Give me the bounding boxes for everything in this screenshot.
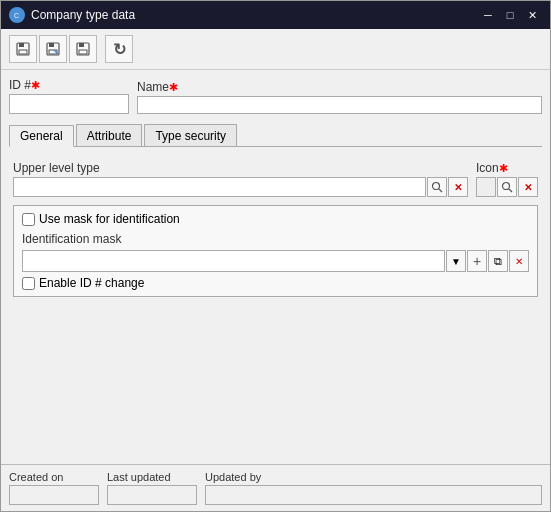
use-mask-checkbox-row: Use mask for identification bbox=[22, 212, 529, 226]
tab-type-security[interactable]: Type security bbox=[144, 124, 237, 146]
identification-mask-label: Identification mask bbox=[22, 232, 529, 246]
updated-by-input bbox=[205, 485, 542, 505]
name-input[interactable] bbox=[137, 96, 542, 114]
upper-icon-row: Upper level type ✕ Ic bbox=[13, 161, 538, 197]
window-title: Company type data bbox=[31, 8, 478, 22]
icon-label: Icon✱ bbox=[476, 161, 508, 175]
content-area: ID #✱ Name✱ General Attribute Type secur… bbox=[1, 70, 550, 464]
save-button-2[interactable] bbox=[39, 35, 67, 63]
upper-level-search-button[interactable] bbox=[427, 177, 447, 197]
updated-by-label: Updated by bbox=[205, 471, 542, 483]
app-icon: C bbox=[9, 7, 25, 23]
upper-level-label: Upper level type bbox=[13, 161, 468, 175]
last-updated-field: Last updated bbox=[107, 471, 197, 505]
mask-add-button[interactable]: + bbox=[467, 250, 487, 272]
icon-preview bbox=[476, 177, 496, 197]
name-label: Name✱ bbox=[137, 80, 542, 94]
enable-id-row: Enable ID # change bbox=[22, 276, 529, 290]
use-mask-checkbox[interactable] bbox=[22, 213, 35, 226]
name-field-group: Name✱ bbox=[137, 80, 542, 114]
minimize-button[interactable]: ─ bbox=[478, 6, 498, 24]
icon-search-button[interactable] bbox=[497, 177, 517, 197]
last-updated-label: Last updated bbox=[107, 471, 197, 483]
svg-rect-4 bbox=[19, 50, 27, 54]
upper-level-input[interactable] bbox=[13, 177, 426, 197]
icon-button-row: ✕ bbox=[476, 177, 538, 197]
icon-required-star: ✱ bbox=[499, 162, 508, 174]
save-button-3[interactable] bbox=[69, 35, 97, 63]
svg-rect-3 bbox=[19, 43, 24, 47]
created-on-field: Created on bbox=[9, 471, 99, 505]
tab-attribute[interactable]: Attribute bbox=[76, 124, 143, 146]
mask-select[interactable] bbox=[22, 250, 445, 272]
upper-level-input-row: ✕ bbox=[13, 177, 468, 197]
svg-rect-11 bbox=[79, 50, 87, 54]
icon-clear-button[interactable]: ✕ bbox=[518, 177, 538, 197]
svg-line-15 bbox=[509, 189, 512, 192]
use-mask-label[interactable]: Use mask for identification bbox=[39, 212, 180, 226]
created-on-label: Created on bbox=[9, 471, 99, 483]
updated-by-field: Updated by bbox=[205, 471, 542, 505]
tab-bar: General Attribute Type security bbox=[9, 124, 542, 147]
tab-general[interactable]: General bbox=[9, 125, 74, 147]
enable-id-checkbox[interactable] bbox=[22, 277, 35, 290]
svg-rect-10 bbox=[79, 43, 84, 47]
last-updated-input bbox=[107, 485, 197, 505]
svg-point-12 bbox=[433, 183, 440, 190]
upper-level-clear-button[interactable]: ✕ bbox=[448, 177, 468, 197]
save-button-1[interactable] bbox=[9, 35, 37, 63]
id-required-star: ✱ bbox=[31, 79, 40, 91]
refresh-button[interactable]: ↻ bbox=[105, 35, 133, 63]
window-controls: ─ □ ✕ bbox=[478, 6, 542, 24]
main-window: C Company type data ─ □ ✕ bbox=[0, 0, 551, 512]
created-on-input bbox=[9, 485, 99, 505]
mask-delete-button[interactable]: ✕ bbox=[509, 250, 529, 272]
svg-rect-6 bbox=[49, 43, 54, 47]
svg-point-14 bbox=[503, 183, 510, 190]
mask-box: Use mask for identification Identificati… bbox=[13, 205, 538, 297]
svg-text:C: C bbox=[14, 12, 19, 19]
enable-id-label[interactable]: Enable ID # change bbox=[39, 276, 144, 290]
maximize-button[interactable]: □ bbox=[500, 6, 520, 24]
name-required-star: ✱ bbox=[169, 81, 178, 93]
toolbar: ↻ bbox=[1, 29, 550, 70]
title-bar: C Company type data ─ □ ✕ bbox=[1, 1, 550, 29]
mask-input-row: ▼ + ⧉ ✕ bbox=[22, 250, 529, 272]
upper-level-group: Upper level type ✕ bbox=[13, 161, 468, 197]
id-input[interactable] bbox=[9, 94, 129, 114]
id-field-group: ID #✱ bbox=[9, 78, 129, 114]
icon-group: Icon✱ ✕ bbox=[476, 161, 538, 197]
svg-line-13 bbox=[439, 189, 442, 192]
id-name-row: ID #✱ Name✱ bbox=[9, 78, 542, 114]
footer: Created on Last updated Updated by bbox=[1, 464, 550, 511]
mask-copy-button[interactable]: ⧉ bbox=[488, 250, 508, 272]
general-tab-content: Upper level type ✕ Ic bbox=[9, 153, 542, 456]
close-button[interactable]: ✕ bbox=[522, 6, 542, 24]
id-label: ID #✱ bbox=[9, 78, 129, 92]
mask-dropdown-button[interactable]: ▼ bbox=[446, 250, 466, 272]
